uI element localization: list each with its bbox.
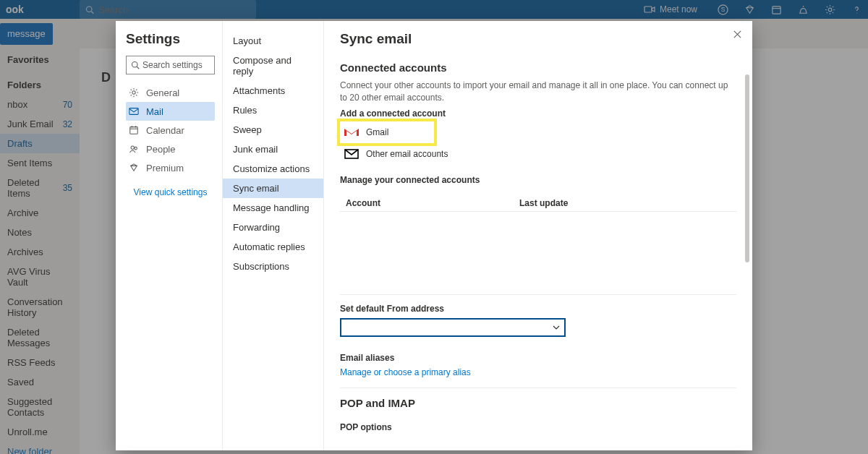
col-account: Account	[346, 198, 519, 208]
close-button[interactable]	[733, 30, 742, 41]
pop-options-header: POP options	[340, 422, 736, 432]
settings-search-placeholder: Search settings	[142, 60, 203, 70]
settings-categories: Settings Search settings GeneralMailCale…	[116, 21, 223, 450]
option-customize-actions[interactable]: Customize actions	[223, 159, 323, 179]
add-other-email-option[interactable]: Other email accounts	[340, 143, 736, 165]
connected-accounts-header: Connected accounts	[340, 61, 736, 74]
search-icon	[131, 61, 140, 69]
svg-rect-12	[130, 127, 138, 134]
accounts-table-header: Account Last update	[340, 195, 736, 212]
svg-line-9	[137, 67, 139, 69]
option-layout[interactable]: Layout	[223, 31, 323, 51]
settings-options: LayoutCompose and replyAttachmentsRulesS…	[223, 21, 324, 450]
envelope-icon	[344, 149, 359, 159]
add-connected-header: Add a connected account	[340, 108, 736, 119]
option-attachments[interactable]: Attachments	[223, 81, 323, 100]
view-quick-settings-link[interactable]: View quick settings	[126, 187, 215, 197]
svg-point-16	[131, 146, 134, 149]
calendar-icon	[129, 125, 139, 135]
settings-title: Settings	[126, 31, 215, 47]
category-general[interactable]: General	[126, 83, 215, 102]
people-icon	[129, 144, 139, 154]
category-calendar[interactable]: Calendar	[126, 121, 215, 140]
option-message-handling[interactable]: Message handling	[223, 198, 323, 218]
option-subscriptions[interactable]: Subscriptions	[223, 257, 323, 276]
svg-point-10	[132, 91, 135, 94]
default-from-header: Set default From address	[340, 304, 736, 314]
category-people[interactable]: People	[126, 140, 215, 158]
email-aliases-header: Email aliases	[340, 353, 736, 363]
option-compose-and-reply[interactable]: Compose and reply	[223, 51, 323, 81]
divider	[340, 294, 736, 295]
settings-search[interactable]: Search settings	[126, 56, 215, 74]
mail-icon	[129, 106, 139, 116]
settings-panel: Settings Search settings GeneralMailCale…	[116, 21, 752, 450]
gmail-icon	[344, 127, 359, 137]
gmail-label: Gmail	[366, 127, 388, 137]
manage-alias-link[interactable]: Manage or choose a primary alias	[340, 367, 736, 377]
pop-imap-header: POP and IMAP	[340, 397, 736, 409]
chevron-down-icon	[553, 325, 560, 330]
option-sweep[interactable]: Sweep	[223, 120, 323, 140]
scrollbar-thumb[interactable]	[745, 74, 749, 262]
option-junk-email[interactable]: Junk email	[223, 140, 323, 159]
manage-connected-header: Manage your connected accounts	[340, 175, 736, 185]
divider	[340, 387, 736, 388]
sync-title: Sync email	[340, 31, 736, 47]
connected-accounts-desc: Connect your other accounts to import yo…	[340, 80, 736, 104]
other-email-label: Other email accounts	[366, 149, 448, 159]
category-mail[interactable]: Mail	[126, 102, 215, 121]
add-gmail-option[interactable]: Gmail	[340, 121, 434, 143]
gear-icon	[129, 87, 139, 98]
option-automatic-replies[interactable]: Automatic replies	[223, 237, 323, 257]
svg-point-8	[132, 62, 138, 68]
settings-detail: Sync email Connected accounts Connect yo…	[324, 21, 752, 450]
close-icon	[733, 30, 742, 39]
option-forwarding[interactable]: Forwarding	[223, 218, 323, 237]
premium-icon	[129, 163, 139, 173]
option-sync-email[interactable]: Sync email	[223, 179, 323, 198]
option-rules[interactable]: Rules	[223, 100, 323, 120]
svg-rect-11	[129, 108, 138, 115]
category-premium[interactable]: Premium	[126, 158, 215, 177]
default-from-select[interactable]	[340, 318, 566, 337]
col-last-update: Last update	[519, 198, 568, 208]
svg-point-17	[135, 147, 137, 150]
